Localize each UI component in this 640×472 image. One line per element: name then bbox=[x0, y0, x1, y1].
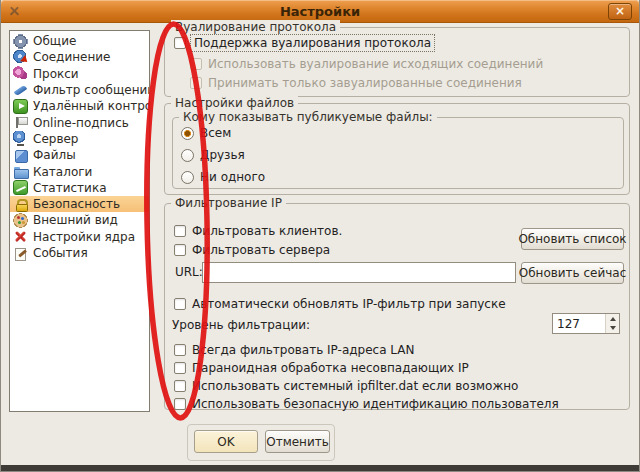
sidebar-item-label: Online-подпись bbox=[33, 116, 129, 130]
checkbox-row-filter-clients[interactable]: Фильтровать клиентов. bbox=[174, 224, 342, 238]
sidebar-item-server[interactable]: Сервер bbox=[10, 131, 149, 147]
connection-icon bbox=[13, 50, 28, 65]
checkbox-label: Использовать вуалирование исходящих соед… bbox=[208, 57, 543, 71]
settings-dialog: Настройки × Общие Соединение Прокси Филь… bbox=[0, 0, 640, 472]
ip-filtering-group: Фильтрование IP Фильтровать клиентов. Фи… bbox=[164, 203, 630, 410]
checkbox[interactable] bbox=[174, 362, 186, 374]
spinner-down-icon[interactable] bbox=[606, 324, 619, 334]
close-button[interactable]: × bbox=[608, 3, 632, 20]
checkbox-label[interactable]: Всегда фильтровать IP-адреса LAN bbox=[192, 343, 414, 357]
category-list: Общие Соединение Прокси Фильтр сообщений… bbox=[9, 30, 150, 412]
checkbox[interactable] bbox=[174, 37, 186, 49]
share-files-with-group: Кому показывать публикуемые файлы: Всем … bbox=[172, 117, 624, 189]
checkbox-label[interactable]: Использовать системный ipfilter.dat если… bbox=[192, 379, 518, 393]
filter-level-label: Уровень фильтрации: bbox=[172, 318, 310, 332]
sidebar-item-events[interactable]: События bbox=[10, 245, 149, 261]
radio-row-friends[interactable]: Друзья bbox=[181, 148, 245, 162]
checkbox-label[interactable]: Параноидная обработка несовпадающих IP bbox=[192, 361, 469, 375]
checkbox-label[interactable]: Использовать безопасную идентификацию по… bbox=[192, 397, 559, 411]
sidebar-item-online-signature[interactable]: Online-подпись bbox=[10, 114, 149, 130]
protocol-obfuscation-group: Вуалирование протокола Поддержка вуалиро… bbox=[164, 27, 630, 97]
checkbox-row-paranoid[interactable]: Параноидная обработка несовпадающих IP bbox=[174, 361, 469, 375]
window-bottom-edge bbox=[1, 465, 639, 471]
checkbox bbox=[190, 58, 202, 70]
core-tweaks-icon bbox=[13, 229, 28, 244]
checkbox-label[interactable]: Поддержка вуалирования протокола bbox=[192, 36, 433, 50]
sidebar-item-proxy[interactable]: Прокси bbox=[10, 66, 149, 82]
radio-row-nobody[interactable]: Ни одного bbox=[181, 170, 265, 184]
events-icon bbox=[13, 246, 28, 261]
checkbox[interactable] bbox=[174, 380, 186, 392]
checkbox-row-filter-lan[interactable]: Всегда фильтровать IP-адреса LAN bbox=[174, 343, 414, 357]
security-lock-icon bbox=[13, 197, 28, 212]
checkbox-row-obfuscation-support[interactable]: Поддержка вуалирования протокола bbox=[174, 36, 433, 50]
proxy-icon bbox=[13, 66, 28, 81]
sidebar-item-label: Фильтр сообщений bbox=[33, 83, 150, 97]
checkbox-row-filter-servers[interactable]: Фильтровать сервера bbox=[174, 243, 330, 257]
sidebar-item-label: Удалённый контроль bbox=[33, 99, 150, 113]
filter-level-spinner bbox=[552, 313, 620, 334]
sidebar-item-appearance[interactable]: Внешний вид bbox=[10, 212, 149, 228]
sidebar-item-directories[interactable]: Каталоги bbox=[10, 163, 149, 179]
spinner-buttons bbox=[605, 314, 619, 333]
sidebar-item-statistics[interactable]: Статистика bbox=[10, 180, 149, 196]
sidebar-item-files[interactable]: Файлы bbox=[10, 147, 149, 163]
radio[interactable] bbox=[181, 149, 194, 162]
group-title: Фильтрование IP bbox=[171, 196, 286, 211]
message-filter-icon bbox=[13, 83, 28, 98]
sidebar-item-label: Статистика bbox=[33, 181, 107, 195]
url-label: URL: bbox=[175, 265, 203, 279]
appearance-icon bbox=[13, 213, 28, 228]
radio-selected[interactable] bbox=[181, 127, 194, 140]
sidebar-item-label: Внешний вид bbox=[33, 213, 118, 227]
radio-label[interactable]: Друзья bbox=[200, 148, 245, 162]
file-settings-group: Настройки файлов Кому показывать публику… bbox=[164, 103, 630, 195]
radio-label[interactable]: Ни одного bbox=[200, 170, 265, 184]
checkbox[interactable] bbox=[174, 225, 186, 237]
sidebar-item-message-filter[interactable]: Фильтр сообщений bbox=[10, 82, 149, 98]
checkbox bbox=[190, 77, 202, 89]
sidebar-item-label: Соединение bbox=[33, 50, 110, 64]
ok-button[interactable]: OK bbox=[194, 430, 258, 453]
sidebar-item-label: Прокси bbox=[33, 67, 79, 81]
sidebar-item-label: Файлы bbox=[33, 148, 76, 162]
update-list-button[interactable]: Обновить список bbox=[521, 228, 624, 250]
radio-label[interactable]: Всем bbox=[200, 126, 231, 140]
cancel-button[interactable]: Отменить bbox=[265, 430, 330, 453]
remote-control-icon bbox=[13, 99, 28, 114]
checkbox-row-system-ipfilter[interactable]: Использовать системный ipfilter.dat если… bbox=[174, 379, 518, 393]
sidebar-item-security[interactable]: Безопасность bbox=[10, 196, 149, 212]
filter-level-input[interactable] bbox=[553, 314, 605, 333]
url-input[interactable] bbox=[202, 262, 516, 283]
sidebar-item-label: Каталоги bbox=[33, 165, 92, 179]
checkbox-label[interactable]: Фильтровать сервера bbox=[192, 243, 330, 257]
checkbox-label[interactable]: Автоматически обновлять IP-фильтр при за… bbox=[192, 297, 506, 311]
checkbox-label[interactable]: Фильтровать клиентов. bbox=[192, 224, 342, 238]
checkbox[interactable] bbox=[174, 344, 186, 356]
update-now-button[interactable]: Обновить сейчас bbox=[521, 262, 624, 284]
checkbox-row-obfuscate-outgoing: Использовать вуалирование исходящих соед… bbox=[190, 57, 543, 71]
group-title: Вуалирование протокола bbox=[171, 20, 340, 35]
sidebar-item-label: Общие bbox=[33, 34, 76, 48]
sidebar-item-connection[interactable]: Соединение bbox=[10, 49, 149, 65]
server-icon bbox=[13, 131, 28, 146]
radio[interactable] bbox=[181, 171, 194, 184]
spinner-up-icon[interactable] bbox=[606, 314, 619, 324]
checkbox[interactable] bbox=[174, 244, 186, 256]
checkbox[interactable] bbox=[174, 298, 186, 310]
radio-row-everybody[interactable]: Всем bbox=[181, 126, 231, 140]
checkbox[interactable] bbox=[174, 398, 186, 410]
checkbox-row-auto-update[interactable]: Автоматически обновлять IP-фильтр при за… bbox=[174, 297, 506, 311]
sidebar-item-remote-control[interactable]: Удалённый контроль bbox=[10, 98, 149, 114]
sidebar-item-label: Безопасность bbox=[33, 197, 120, 211]
online-signature-icon bbox=[13, 115, 28, 130]
sidebar-item-label: События bbox=[33, 246, 88, 260]
sidebar-item-label: Сервер bbox=[33, 132, 78, 146]
sidebar-item-core-tweaks[interactable]: Настройки ядра bbox=[10, 229, 149, 245]
window-title: Настройки bbox=[1, 4, 639, 19]
subgroup-title: Кому показывать публикуемые файлы: bbox=[179, 110, 437, 125]
sidebar-item-general[interactable]: Общие bbox=[10, 33, 149, 49]
group-title: Настройки файлов bbox=[171, 96, 298, 111]
checkbox-label: Принимать только завуалированные соедине… bbox=[208, 76, 522, 90]
checkbox-row-secure-ident[interactable]: Использовать безопасную идентификацию по… bbox=[174, 397, 559, 411]
